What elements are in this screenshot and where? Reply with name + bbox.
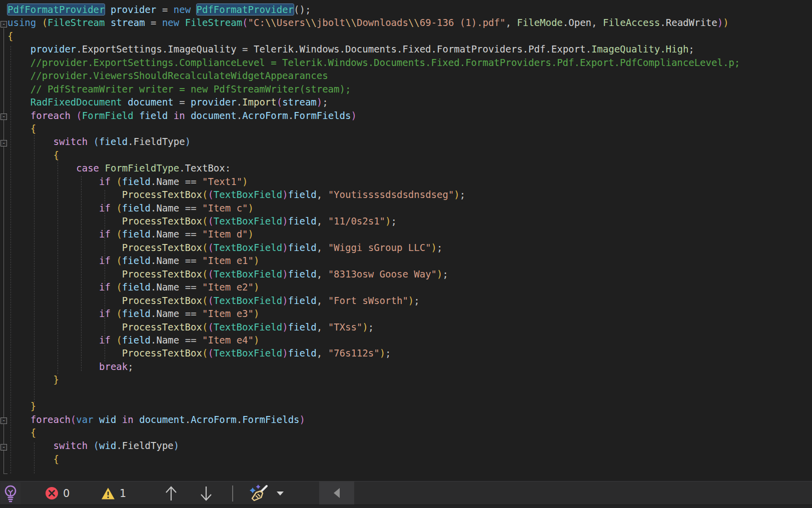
code-editor-window: PdfFormatProvider provider = new PdfForm… [0,0,812,508]
warning-icon [101,487,115,500]
code-line[interactable]: ProcessTextBox((TextBoxField)field, "11/… [8,214,740,228]
code-line[interactable]: switch (field.FieldType) [8,135,740,148]
code-line[interactable]: ProcessTextBox((TextBoxField)field, "For… [8,294,740,307]
code-line[interactable]: RadFixedDocument document = provider.Imp… [8,96,740,108]
code-line[interactable]: //provider.ExportSettings.ComplianceLeve… [8,56,740,69]
fold-scope-end-tick [4,474,8,474]
arrow-up-icon [164,486,178,502]
collapse-margin-button[interactable] [319,481,354,504]
bottom-strip [0,504,812,508]
toolbar-divider [232,486,233,502]
dropdown-arrow-icon [276,491,284,496]
error-icon [45,486,59,500]
code-line[interactable]: if (field.Name == "Item e4") [8,334,740,346]
fold-collapse-box[interactable]: - [1,418,7,424]
fold-scope-line [4,28,4,474]
warnings-button[interactable]: 1 [101,487,127,500]
editor-bottom-toolbar: 0 1 [0,481,812,505]
code-line[interactable]: if (field.Name == "Item e2") [8,280,740,294]
code-cleanup-button[interactable] [247,484,284,504]
code-cleanup-broom-icon [247,484,269,504]
fold-collapse-box[interactable]: - [1,140,7,146]
code-line[interactable]: provider.ExportSettings.ImageQuality = T… [8,42,740,56]
code-line[interactable]: { [8,452,740,466]
code-line[interactable]: //provider.ViewersShouldRecalculateWidge… [8,69,740,82]
highlighted-reference: PdfFormatProvider [197,4,294,15]
code-line[interactable]: if (field.Name == "Item e1") [8,254,740,267]
errors-button[interactable]: 0 [45,486,70,500]
fold-collapse-box[interactable]: - [1,114,7,120]
code-line[interactable]: ProcessTextBox((TextBoxField)field, "831… [8,268,740,280]
code-line[interactable]: if (field.Name == "Item c") [8,202,740,214]
code-line[interactable]: if (field.Name == "Text1") [8,175,740,188]
code-line[interactable]: { [8,30,740,42]
warning-count: 1 [120,488,127,500]
code-line[interactable]: case FormFieldType.TextBox: [8,162,740,174]
code-line[interactable]: ProcessTextBox((TextBoxField)field, "76s… [8,346,740,360]
code-line[interactable]: PdfFormatProvider provider = new PdfForm… [8,3,740,16]
code-line[interactable]: foreach (FormField field in document.Acr… [8,109,740,122]
code-line[interactable]: if (field.Name == "Item e3") [8,307,740,320]
code-line[interactable]: ProcessTextBox((TextBoxField)field, "You… [8,188,740,201]
collapse-left-icon [333,488,340,498]
code-line[interactable]: { [8,426,740,439]
code-line[interactable] [8,386,740,400]
code-line[interactable]: ProcessTextBox((TextBoxField)field, "Wig… [8,241,740,254]
code-line[interactable]: } [8,373,740,386]
code-line[interactable]: if (field.Name == "Item d") [8,228,740,240]
error-count: 0 [63,488,70,500]
code-line[interactable]: } [8,400,740,412]
code-line[interactable]: { [8,122,740,135]
quick-actions-tile[interactable] [1,482,21,504]
fold-collapse-box[interactable]: - [1,444,7,450]
code-line[interactable]: ProcessTextBox((TextBoxField)field, "TXs… [8,320,740,334]
code-line[interactable]: // PdfStreamWriter writer = new PdfStrea… [8,82,740,96]
code-line[interactable]: { [8,148,740,162]
code-line[interactable]: foreach(var wid in document.AcroForm.For… [8,413,740,426]
previous-issue-button[interactable] [164,486,178,502]
code-line[interactable]: break; [8,360,740,373]
code-line[interactable]: using (FileStream stream = new FileStrea… [8,16,740,29]
code-area[interactable]: PdfFormatProvider provider = new PdfForm… [8,3,740,466]
highlighted-reference: PdfFormatProvider [8,4,105,15]
fold-collapse-box[interactable]: - [1,21,7,28]
arrow-down-icon [199,486,213,502]
next-issue-button[interactable] [199,486,213,502]
code-line[interactable]: switch (wid.FieldType) [8,439,740,452]
lightbulb-icon [3,484,18,502]
